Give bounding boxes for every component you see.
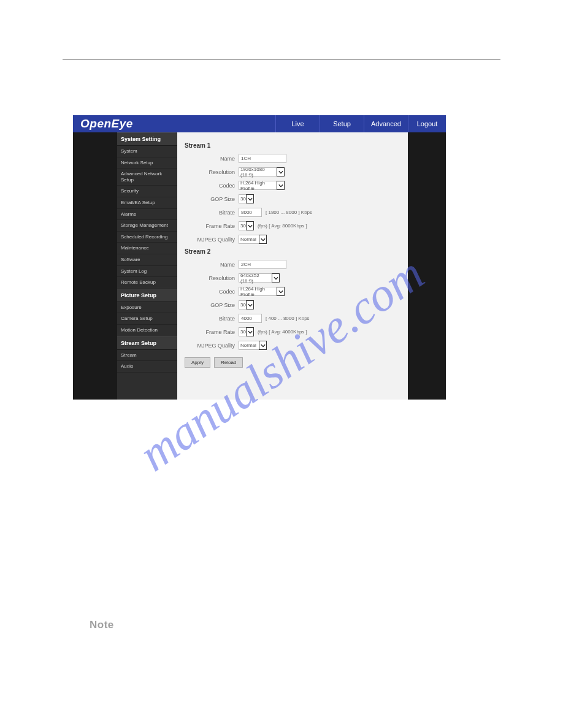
- chevron-down-icon[interactable]: [277, 167, 285, 176]
- sidebar-item-audio[interactable]: Audio: [117, 361, 177, 373]
- left-gutter: [73, 132, 117, 400]
- hint-s1-framerate: (fps) [ Avg: 8000Kbps ]: [258, 223, 307, 229]
- hint-s2-framerate: (fps) [ Avg: 4000Kbps ]: [258, 329, 307, 335]
- apply-button[interactable]: Apply: [185, 357, 210, 368]
- sidebar-header-picture-setup: Picture Setup: [117, 289, 177, 302]
- label-s1-framerate: Frame Rate: [181, 223, 239, 229]
- hint-s2-bitrate: [ 400 ... 8000 ] Kbps: [266, 316, 310, 321]
- chevron-down-icon[interactable]: [246, 194, 254, 203]
- sidebar-item-email-ea-setup[interactable]: Email/EA Setup: [117, 197, 177, 209]
- sidebar-item-remote-backup[interactable]: Remote Backup: [117, 277, 177, 289]
- sidebar-item-system-log[interactable]: System Log: [117, 266, 177, 278]
- chevron-down-icon[interactable]: [246, 221, 254, 230]
- select-s1-resolution[interactable]: 1920x1080 (16:9): [239, 167, 277, 176]
- sidebar-item-motion-detection[interactable]: Motion Detection: [117, 325, 177, 336]
- input-s1-name[interactable]: [239, 154, 286, 163]
- select-s2-resolution[interactable]: 640x352 (16:9): [239, 273, 272, 282]
- sidebar-item-security[interactable]: Security: [117, 186, 177, 197]
- hint-s1-bitrate: [ 1800 ... 8000 ] Kbps: [266, 210, 312, 215]
- sidebar-item-software[interactable]: Software: [117, 254, 177, 266]
- chevron-down-icon[interactable]: [246, 300, 254, 309]
- label-s2-bitrate: Bitrate: [181, 316, 239, 322]
- label-s2-resolution: Resolution: [181, 275, 239, 281]
- nav-logout[interactable]: Logout: [408, 115, 446, 132]
- sidebar-item-maintenance[interactable]: Maintenance: [117, 243, 177, 254]
- sidebar-item-network-setup[interactable]: Network Setup: [117, 157, 177, 169]
- stream2-title: Stream 2: [185, 248, 404, 255]
- label-s2-gop: GOP Size: [181, 302, 239, 308]
- sidebar-item-exposure[interactable]: Exposure: [117, 302, 177, 314]
- label-s1-codec: Codec: [181, 183, 239, 189]
- label-s1-name: Name: [181, 156, 239, 162]
- chevron-down-icon[interactable]: [259, 341, 267, 350]
- chevron-down-icon[interactable]: [259, 235, 267, 244]
- select-s2-mjpeg[interactable]: Normal: [239, 341, 259, 350]
- label-s1-gop: GOP Size: [181, 196, 239, 202]
- sidebar-item-advanced-network-setup[interactable]: Advanced Network Setup: [117, 169, 177, 186]
- label-s1-mjpeg: MJPEG Quality: [181, 237, 239, 243]
- chevron-down-icon[interactable]: [272, 273, 280, 282]
- nav-live[interactable]: Live: [275, 115, 320, 132]
- sidebar-header-stream-setup: Stream Setup: [117, 336, 177, 350]
- select-s1-codec[interactable]: H.264 High Profile: [239, 181, 277, 190]
- sidebar-item-camera-setup[interactable]: Camera Setup: [117, 313, 177, 325]
- sidebar-item-system[interactable]: System: [117, 146, 177, 157]
- input-s2-bitrate[interactable]: [239, 314, 262, 323]
- input-s2-name[interactable]: [239, 260, 286, 269]
- label-s2-name: Name: [181, 262, 239, 268]
- top-navbar: OpenEye Live Setup Advanced Logout: [73, 115, 446, 132]
- nav-advanced[interactable]: Advanced: [364, 115, 408, 132]
- select-s2-codec[interactable]: H.264 High Profile: [239, 287, 277, 296]
- select-s1-mjpeg[interactable]: Normal: [239, 235, 259, 244]
- label-s1-resolution: Resolution: [181, 169, 239, 175]
- sidebar: System Setting System Network Setup Adva…: [117, 132, 177, 400]
- brand-logo: OpenEye: [73, 115, 275, 132]
- sidebar-item-storage-management[interactable]: Storage Management: [117, 220, 177, 232]
- right-gutter: [408, 132, 446, 400]
- page-divider: [63, 59, 500, 59]
- sidebar-item-stream[interactable]: Stream: [117, 350, 177, 362]
- app-screenshot: OpenEye Live Setup Advanced Logout Syste…: [73, 115, 446, 400]
- nav-setup[interactable]: Setup: [320, 115, 364, 132]
- stream1-title: Stream 1: [185, 142, 404, 149]
- sidebar-header-system-setting: System Setting: [117, 132, 177, 146]
- label-s2-framerate: Frame Rate: [181, 329, 239, 335]
- label-s2-codec: Codec: [181, 289, 239, 295]
- main-panel: Stream 1 Name Resolution 1920x1080 (16:9…: [177, 132, 408, 400]
- chevron-down-icon[interactable]: [246, 327, 254, 336]
- sidebar-item-scheduled-recording[interactable]: Scheduled Recording: [117, 232, 177, 243]
- label-s2-mjpeg: MJPEG Quality: [181, 343, 239, 349]
- label-s1-bitrate: Bitrate: [181, 210, 239, 216]
- chevron-down-icon[interactable]: [277, 287, 285, 296]
- reload-button[interactable]: Reload: [214, 357, 243, 368]
- note-heading: Note: [90, 619, 114, 631]
- sidebar-item-alarms[interactable]: Alarms: [117, 209, 177, 221]
- chevron-down-icon[interactable]: [277, 181, 285, 190]
- input-s1-bitrate[interactable]: [239, 208, 262, 217]
